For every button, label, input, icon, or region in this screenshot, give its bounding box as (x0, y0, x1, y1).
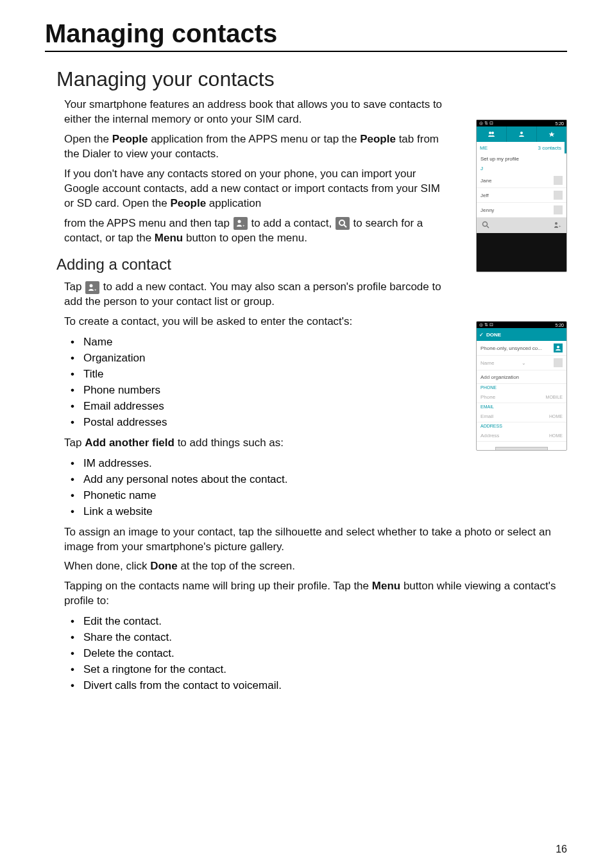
tab-favorites[interactable] (537, 126, 566, 142)
avatar[interactable] (554, 358, 563, 367)
done-bar[interactable]: ✓ DONE (477, 328, 566, 341)
svg-point-12 (555, 222, 557, 225)
contact-row[interactable]: Jane (477, 173, 566, 188)
avatar (554, 176, 563, 185)
phone-section-label: PHONE (477, 384, 566, 391)
index-letter: J (477, 164, 566, 173)
me-label: ME (480, 145, 488, 151)
add-organization-row[interactable]: Add organization (477, 370, 566, 384)
svg-line-3 (344, 225, 346, 227)
list-item: Postal addresses (64, 415, 445, 431)
list-item: Title (64, 367, 445, 383)
list-header: ME 3 contacts (477, 142, 566, 153)
svg-point-8 (520, 132, 523, 134)
list-item: IM addresses. (64, 456, 445, 472)
svg-point-0 (237, 220, 241, 223)
contact-row[interactable]: Jeff (477, 188, 566, 203)
account-row[interactable]: Phone-only, unsynced co... (477, 341, 566, 356)
phone-field-row[interactable]: Phone MOBILE (477, 391, 566, 403)
paragraph: Tap + to add a new contact. You may also… (64, 280, 445, 309)
phone-screenshot-edit-contact: ◎ ⇅ ⊡ 5:20 ✓ DONE Phone-only, unsynced c… (476, 321, 567, 451)
paragraph: If you don't have any contacts stored on… (64, 167, 445, 211)
email-field-row[interactable]: Email HOME (477, 410, 566, 422)
search-icon[interactable] (482, 221, 489, 230)
avatar (554, 191, 563, 200)
setup-profile-row[interactable]: Set up my profile (477, 153, 566, 164)
svg-point-4 (90, 284, 93, 287)
svg-text:+: + (94, 288, 97, 291)
list-item: Add any personal notes about the contact… (64, 472, 445, 488)
add-contact-icon: + (234, 217, 248, 230)
list-item: Divert calls from the contact to voicema… (64, 678, 567, 694)
list-extra-fields: IM addresses. Add any personal notes abo… (64, 456, 445, 520)
page-number: 16 (556, 844, 567, 855)
contact-photo-icon[interactable] (554, 343, 563, 352)
list-item: Name (64, 334, 445, 351)
contact-row[interactable]: Jenny (477, 203, 566, 218)
name-input-row[interactable]: Name ⌄ (477, 356, 566, 370)
phone-screenshot-people-list: ◎ ⇅ ⊡ 5:20 ME 3 contacts Set up my profi… (476, 119, 567, 272)
list-profile-menu-actions: Edit the contact. Share the contact. Del… (64, 614, 567, 694)
svg-point-10 (483, 222, 488, 227)
svg-line-11 (487, 226, 489, 228)
list-item: Email addresses (64, 399, 445, 415)
avatar (554, 205, 563, 214)
expand-icon[interactable]: ⌄ (522, 360, 526, 366)
svg-marker-9 (549, 132, 555, 137)
status-bar: ◎ ⇅ ⊡ 5:20 (477, 120, 566, 126)
list-item: Organization (64, 351, 445, 367)
svg-point-7 (491, 132, 494, 134)
paragraph: Tap Add another field to add things such… (64, 436, 445, 451)
paragraph: To assign an image to your contact, tap … (64, 525, 567, 555)
paragraph: from the APPS menu and then tap + to add… (64, 216, 445, 246)
status-bar: ◎ ⇅ ⊡ 5:20 (477, 322, 566, 328)
address-field-row[interactable]: Address HOME (477, 430, 566, 442)
add-contact-icon: + (85, 281, 99, 294)
bottom-bar: + (477, 218, 566, 233)
paragraph: When done, click Done at the top of the … (64, 559, 567, 574)
list-item: Link a website (64, 504, 445, 520)
paragraph: Your smartphone features an address book… (64, 98, 445, 127)
tab-groups[interactable] (477, 126, 507, 142)
add-another-field-button[interactable]: Add another field (495, 447, 548, 451)
list-item: Set a ringtone for the contact. (64, 662, 567, 678)
email-section-label: EMAIL (477, 403, 566, 410)
svg-point-2 (339, 220, 344, 225)
list-contact-fields: Name Organization Title Phone numbers Em… (64, 334, 445, 431)
svg-point-6 (489, 132, 491, 134)
svg-text:+: + (242, 223, 245, 227)
svg-point-14 (557, 346, 559, 349)
done-label: DONE (486, 332, 501, 338)
svg-text:+: + (559, 224, 561, 228)
chapter-title: Managing contacts (45, 19, 567, 52)
list-item: Share the contact. (64, 630, 567, 646)
tab-all-contacts[interactable] (507, 126, 537, 142)
list-item: Edit the contact. (64, 614, 567, 630)
list-item: Phone numbers (64, 383, 445, 399)
contacts-count: 3 contacts (538, 145, 561, 151)
paragraph: Open the People application from the APP… (64, 132, 445, 162)
tab-bar (477, 126, 566, 142)
name-placeholder: Name (480, 360, 494, 366)
add-contact-icon[interactable]: + (554, 221, 561, 230)
search-icon (336, 217, 350, 230)
address-section-label: ADDRESS (477, 422, 566, 430)
check-icon: ✓ (479, 332, 484, 338)
paragraph: To create a contact, you will be asked t… (64, 315, 445, 329)
list-item: Delete the contact. (64, 646, 567, 662)
list-item: Phonetic name (64, 488, 445, 504)
paragraph: Tapping on the contacts name will bring … (64, 579, 567, 609)
section-heading-managing-your-contacts: Managing your contacts (56, 67, 567, 91)
